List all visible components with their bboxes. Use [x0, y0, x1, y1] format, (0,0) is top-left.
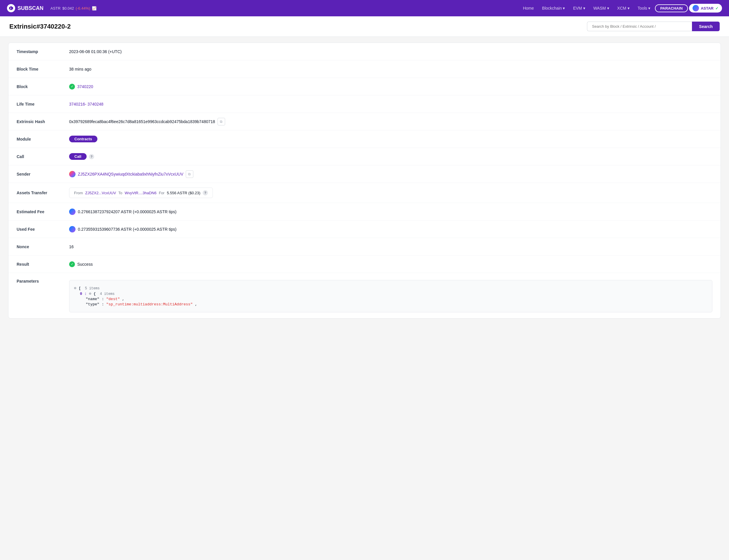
block-value: ✓ 3740220	[69, 84, 93, 90]
chart-icon: 📈	[92, 6, 97, 11]
row-parameters: Parameters ⊖ [ 5 items 0 : ⊖ { 4 items "…	[8, 273, 721, 318]
nav-evm[interactable]: EVM ▾	[569, 4, 588, 12]
row-assets: Assets Transfer From ZJ5ZX2...VcxUUV To …	[8, 183, 721, 203]
parachain-button[interactable]: PARACHAIN	[655, 4, 688, 12]
call-value: Call ?	[69, 153, 94, 160]
comma-1: ,	[122, 297, 125, 301]
call-help-icon[interactable]: ?	[89, 154, 94, 159]
comma-2: ,	[195, 302, 198, 307]
nonce-value: 16	[69, 244, 74, 249]
module-badge[interactable]: Contracts	[69, 136, 97, 142]
row-nonce: Nonce 16	[8, 238, 721, 255]
nav-links: Home Blockchain ▾ EVM ▾ WASM ▾ XCM ▾ Too…	[519, 4, 722, 13]
blocktime-label: Block Time	[17, 67, 69, 71]
copy-sender-button[interactable]: ⧉	[186, 170, 193, 178]
type-key: "type"	[86, 302, 99, 307]
for-amount: 5.556 ASTR ($0.23)	[167, 191, 200, 195]
network-name: ASTAR	[701, 6, 714, 11]
price-display: ASTR $0.042 (-6.44%) 📈	[50, 6, 97, 11]
logo-text: SUBSCAN	[18, 5, 43, 11]
collapse-sub-button[interactable]: ⊖	[89, 291, 91, 296]
colon-1: :	[102, 297, 106, 301]
search-input[interactable]	[587, 22, 692, 31]
call-badge[interactable]: Call	[69, 153, 87, 160]
module-label: Module	[17, 137, 69, 141]
search-button[interactable]: Search	[692, 22, 720, 31]
transfer-help-icon[interactable]: ?	[203, 190, 208, 195]
row-estfee: Estimated Fee 0.27661387237924207 ASTR (…	[8, 203, 721, 221]
assets-value: From ZJ5ZX2...VcxUUV To WvyVtR....3haDN6…	[69, 188, 213, 198]
estfee-text: 0.27661387237924207 ASTR (+0.0000025 AST…	[78, 209, 176, 214]
usedfee-text: 0.27355931539607736 ASTR (+0.0000025 AST…	[78, 227, 176, 232]
to-label: To	[118, 191, 123, 195]
estfee-label: Estimated Fee	[17, 209, 69, 214]
nav-xcm[interactable]: XCM ▾	[614, 4, 633, 12]
hash-value: 0x39792689feca8bac4f6ee26c7d8a81651e9963…	[69, 118, 225, 125]
row-block: Block ✓ 3740220	[8, 78, 721, 95]
to-link[interactable]: WvyVtR....3haDN6	[125, 191, 157, 195]
lifetime-value: 3740216- 3740248	[69, 102, 104, 106]
network-selector[interactable]: ASTAR ✓	[689, 4, 722, 13]
page-title: Extrinsic#3740220-2	[9, 23, 71, 30]
lifetime-label: Life Time	[17, 102, 69, 106]
row-hash: Extrinsic Hash 0x39792689feca8bac4f6ee26…	[8, 113, 721, 130]
copy-hash-button[interactable]: ⧉	[218, 118, 225, 125]
row-call: Call Call ?	[8, 148, 721, 165]
estfee-icon	[69, 209, 76, 215]
items-count: 5 items	[85, 286, 99, 291]
hash-text: 0x39792689feca8bac4f6ee26c7d8a81651e9963…	[69, 119, 215, 124]
params-line-1: ⊖ [ 5 items	[74, 286, 707, 291]
nav-blockchain[interactable]: Blockchain ▾	[538, 4, 569, 12]
sender-value: ZJ5ZX26PXA4NQSywiuqdXtckiaba9xhNiyfnZiu7…	[69, 170, 193, 178]
result-value: ✓ Success	[69, 261, 93, 267]
from-label: From	[74, 191, 83, 195]
detail-card: Timestamp 2023-06-08 01:00:36 (+UTC) Blo…	[8, 43, 721, 319]
open-brace: {	[94, 292, 96, 296]
nav-tools[interactable]: Tools ▾	[634, 4, 654, 12]
row-usedfee: Used Fee 0.27355931539607736 ASTR (+0.00…	[8, 221, 721, 238]
nonce-label: Nonce	[17, 244, 69, 249]
from-link[interactable]: ZJ5ZX2...VcxUUV	[85, 191, 116, 195]
params-line-3: "name" : "dest" ,	[74, 297, 707, 301]
usedfee-value: 0.27355931539607736 ASTR (+0.0000025 AST…	[69, 226, 176, 232]
hash-label: Extrinsic Hash	[17, 119, 69, 124]
sub-items-count: 4 items	[100, 292, 114, 296]
type-val: "sp_runtime:multiaddress:MultiAddress"	[106, 302, 193, 307]
page-header: Extrinsic#3740220-2 Search	[0, 16, 729, 37]
nav-home[interactable]: Home	[519, 4, 537, 12]
astar-icon	[693, 5, 699, 11]
timestamp-value: 2023-06-08 01:00:36 (+UTC)	[69, 49, 122, 54]
nav-wasm[interactable]: WASM ▾	[590, 4, 613, 12]
result-label: Result	[17, 262, 69, 267]
ticker: ASTR	[50, 6, 61, 11]
logo[interactable]: S SUBSCAN	[7, 4, 43, 12]
colon-2: :	[102, 302, 106, 307]
index-0: 0 :	[80, 292, 87, 296]
module-value: Contracts	[69, 136, 97, 142]
checkmark-icon: ✓	[715, 6, 718, 11]
assets-label: Assets Transfer	[17, 190, 69, 195]
row-timestamp: Timestamp 2023-06-08 01:00:36 (+UTC)	[8, 43, 721, 60]
row-result: Result ✓ Success	[8, 255, 721, 273]
sender-link[interactable]: ZJ5ZX26PXA4NQSywiuqdXtckiaba9xhNiyfnZiu7…	[78, 172, 184, 176]
for-label: For	[159, 191, 165, 195]
params-line-4: "type" : "sp_runtime:multiaddress:MultiA…	[74, 302, 707, 307]
usedfee-label: Used Fee	[17, 227, 69, 232]
lifetime-link[interactable]: 3740216- 3740248	[69, 102, 104, 106]
block-link[interactable]: 3740220	[77, 84, 93, 89]
logo-icon: S	[7, 4, 15, 12]
params-label: Parameters	[17, 279, 69, 283]
collapse-button[interactable]: ⊖	[74, 286, 76, 291]
search-bar: Search	[587, 22, 720, 31]
timestamp-label: Timestamp	[17, 49, 69, 54]
block-success-icon: ✓	[69, 84, 75, 90]
params-value: ⊖ [ 5 items 0 : ⊖ { 4 items "name" : "de…	[69, 279, 712, 314]
row-blocktime: Block Time 38 mins ago	[8, 60, 721, 78]
transfer-box: From ZJ5ZX2...VcxUUV To WvyVtR....3haDN6…	[69, 188, 213, 198]
result-success-icon: ✓	[69, 261, 75, 267]
params-line-2: 0 : ⊖ { 4 items	[74, 291, 707, 296]
row-lifetime: Life Time 3740216- 3740248	[8, 95, 721, 113]
svg-text:S: S	[10, 7, 11, 9]
parameters-box: ⊖ [ 5 items 0 : ⊖ { 4 items "name" : "de…	[69, 280, 712, 312]
blocktime-value: 38 mins ago	[69, 67, 91, 71]
